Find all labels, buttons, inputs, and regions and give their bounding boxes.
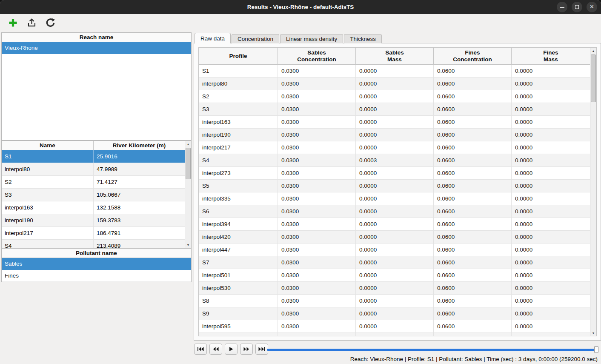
step-back-button[interactable]: [209, 344, 222, 355]
skip-to-end-button[interactable]: [255, 344, 268, 355]
results-row[interactable]: interpol501 0.0300 0.0000 0.0600 0.0000: [199, 269, 590, 282]
sables-mass-cell: 0.0000: [356, 282, 434, 294]
results-row[interactable]: interpol595 0.0300 0.0000 0.0600 0.0000: [199, 320, 590, 333]
fines-concentration-cell: 0.0600: [434, 307, 512, 320]
results-row[interactable]: S5 0.0300 0.0000 0.0600 0.0000: [199, 180, 590, 192]
sables-mass-cell: 0.0000: [356, 244, 434, 256]
skip-to-start-button[interactable]: [194, 344, 207, 355]
add-icon: [8, 18, 18, 28]
results-row[interactable]: interpol335 0.0300 0.0000 0.0600 0.0000: [199, 192, 590, 205]
step-forward-icon: [243, 347, 250, 352]
sables-concentration-cell: 0.0300: [278, 129, 356, 141]
fines-concentration-cell: 0.0600: [434, 256, 512, 269]
results-row[interactable]: S7 0.0300 0.0000 0.0600 0.0000: [199, 256, 590, 269]
results-column-header[interactable]: Sables Mass: [356, 48, 434, 64]
scroll-down-icon[interactable]: ▼: [185, 242, 191, 248]
profile-cell: interpol80: [199, 77, 278, 90]
profile-row[interactable]: S2 71.4127: [2, 176, 185, 189]
results-row[interactable]: interpol217 0.0300 0.0000 0.0600 0.0000: [199, 141, 590, 154]
results-row[interactable]: S2 0.0300 0.0000 0.0600 0.0000: [199, 90, 590, 103]
step-forward-button[interactable]: [240, 344, 253, 355]
sables-concentration-cell: 0.0300: [278, 205, 356, 218]
maximize-button[interactable]: [572, 2, 582, 12]
column-header-name[interactable]: Name: [2, 141, 94, 150]
results-row[interactable]: interpol394 0.0300 0.0000 0.0600 0.0000: [199, 218, 590, 231]
profile-row[interactable]: interpol163 132.1588: [2, 201, 185, 214]
profile-cell: S2: [199, 90, 278, 103]
export-button[interactable]: [26, 17, 37, 29]
profile-name-cell: S4: [2, 240, 94, 248]
results-table-body: S1 0.0300 0.0000 0.0600 0.0000 interpol8…: [199, 65, 590, 336]
slider-track[interactable]: [267, 349, 598, 351]
profile-kilometer-cell: 186.4791: [94, 227, 185, 239]
play-icon: [228, 347, 235, 352]
profile-row[interactable]: interpol80 47.9989: [2, 163, 185, 176]
profiles-scrollbar[interactable]: ▲ ▼: [185, 141, 191, 248]
sables-mass-cell: 0.0000: [356, 180, 434, 192]
add-button[interactable]: [7, 17, 19, 29]
refresh-button[interactable]: [44, 17, 56, 29]
results-row[interactable]: S8 0.0300 0.0000 0.0600 0.0000: [199, 295, 590, 307]
results-row[interactable]: interpol190 0.0300 0.0000 0.0600 0.0000: [199, 129, 590, 141]
pollutant-header: Pollutant name: [2, 249, 191, 258]
scroll-up-icon[interactable]: ▲: [185, 141, 191, 147]
time-slider[interactable]: [267, 346, 598, 353]
results-row[interactable]: interpol80 0.0300 0.0000 0.0600 0.0000: [199, 77, 590, 90]
profile-kilometer-cell: 71.4127: [94, 176, 185, 188]
profile-name-cell: S3: [2, 189, 94, 201]
results-scrollbar[interactable]: ▲ ▼: [590, 48, 596, 336]
fines-mass-cell: 0.0000: [512, 77, 590, 90]
profile-row[interactable]: S3 105.0667: [2, 189, 185, 201]
sables-mass-cell: 0.0000: [356, 103, 434, 115]
tab[interactable]: Linear mass density: [280, 34, 343, 43]
scroll-down-icon[interactable]: ▼: [590, 330, 596, 336]
tab[interactable]: Raw data: [195, 33, 231, 43]
sables-concentration-cell: 0.0300: [278, 77, 356, 90]
pollutant-panel: Pollutant name SablesFines: [1, 248, 192, 282]
sables-concentration-cell: 0.0300: [278, 256, 356, 269]
reach-item[interactable]: Vieux-Rhone: [2, 42, 191, 54]
profile-row[interactable]: interpol190 159.3783: [2, 214, 185, 227]
results-frame: ProfileSables ConcentrationSables MassFi…: [194, 43, 601, 341]
results-row[interactable]: interpol530 0.0300 0.0000 0.0600 0.0000: [199, 282, 590, 295]
results-row[interactable]: S10 0.0300 0.0000 0.0600 0.0000: [199, 333, 590, 336]
results-row[interactable]: interpol420 0.0300 0.0000 0.0600 0.0000: [199, 231, 590, 244]
results-row[interactable]: interpol273 0.0300 0.0000 0.0600 0.0000: [199, 167, 590, 180]
sables-mass-cell: 0.0000: [356, 77, 434, 90]
sables-mass-cell: 0.0000: [356, 231, 434, 243]
results-row[interactable]: interpol447 0.0300 0.0000 0.0600 0.0000: [199, 244, 590, 256]
results-row[interactable]: interpol163 0.0300 0.0000 0.0600 0.0000: [199, 116, 590, 129]
results-column-header[interactable]: Fines Concentration: [434, 48, 512, 64]
results-column-header[interactable]: Profile: [199, 48, 278, 64]
slider-handle[interactable]: [594, 346, 598, 353]
results-row[interactable]: S9 0.0300 0.0000 0.0600 0.0000: [199, 307, 590, 320]
sables-mass-cell: 0.0000: [356, 320, 434, 332]
scroll-up-icon[interactable]: ▲: [590, 48, 596, 54]
profile-row[interactable]: interpol217 186.4791: [2, 227, 185, 240]
results-row[interactable]: S4 0.0300 0.0003 0.0600 0.0000: [199, 154, 590, 167]
results-row[interactable]: S1 0.0300 0.0000 0.0600 0.0000: [199, 65, 590, 77]
pollutant-item[interactable]: Sables: [2, 258, 191, 270]
results-row[interactable]: S6 0.0300 0.0000 0.0600 0.0000: [199, 205, 590, 218]
column-header-river-kilometer[interactable]: River Kilometer (m): [94, 141, 185, 150]
results-column-header[interactable]: Fines Mass: [512, 48, 590, 64]
sables-mass-cell: 0.0000: [356, 205, 434, 218]
tab[interactable]: Thickness: [344, 34, 382, 43]
skip-to-end-icon: [258, 347, 265, 352]
tab[interactable]: Concentration: [232, 34, 279, 43]
profiles-scrollbar-thumb[interactable]: [186, 148, 191, 179]
fines-mass-cell: 0.0000: [512, 103, 590, 115]
play-button[interactable]: [225, 344, 238, 355]
fines-mass-cell: 0.0000: [512, 307, 590, 320]
profile-cell: S9: [199, 307, 278, 320]
results-column-header[interactable]: Sables Concentration: [278, 48, 356, 64]
profile-row[interactable]: S1 25.9016: [2, 150, 185, 163]
results-scrollbar-thumb[interactable]: [591, 54, 596, 102]
results-row[interactable]: S3 0.0300 0.0000 0.0600 0.0000: [199, 103, 590, 116]
pollutant-item[interactable]: Fines: [2, 270, 191, 282]
minimize-button[interactable]: [557, 2, 567, 12]
close-button[interactable]: ×: [587, 2, 597, 12]
profile-row[interactable]: S4 213.4089: [2, 240, 185, 248]
profile-cell: S1: [199, 65, 278, 77]
profiles-header-row: Name River Kilometer (m): [2, 141, 185, 150]
